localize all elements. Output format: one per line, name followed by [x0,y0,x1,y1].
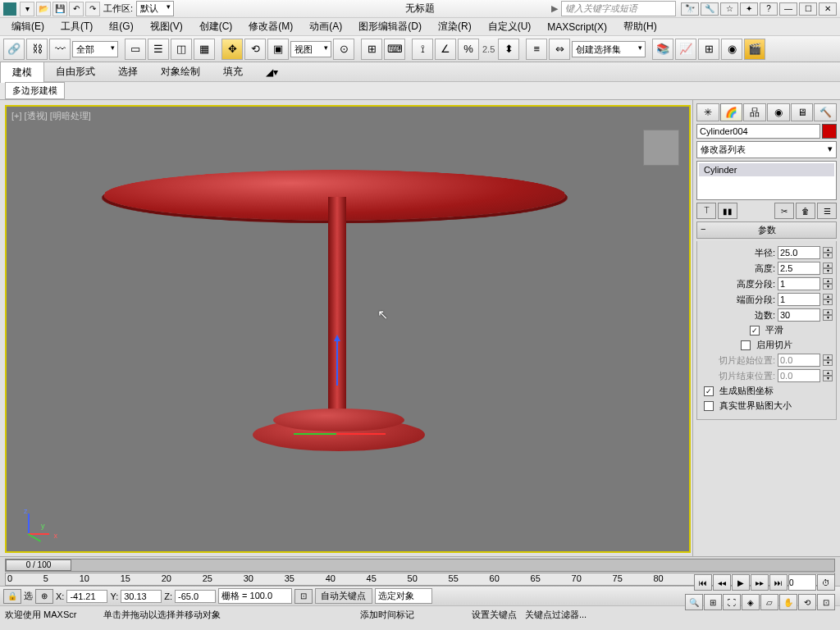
viewport-label[interactable]: [+] [透视] [明暗处理] [11,110,91,122]
next-frame-icon[interactable]: ▸▸ [751,574,769,591]
object-color-swatch[interactable] [822,124,837,139]
menu-customize[interactable]: 自定义(U) [482,18,538,35]
gizmo-x-axis[interactable] [336,433,386,435]
open-icon[interactable]: 📂 [36,2,51,16]
real-world-checkbox[interactable] [704,401,714,411]
sides-spinner[interactable]: ▴▾ [823,309,833,321]
named-selection-dropdown[interactable]: 创建选择集 [572,41,646,57]
autokey-button[interactable]: 自动关键点 [315,588,372,604]
viewcube[interactable] [643,130,679,166]
model-base-upper[interactable] [273,409,404,431]
tab-objectpaint[interactable]: 对象绘制 [149,62,212,82]
utilities-tab-icon[interactable]: 🔨 [814,103,837,121]
menu-maxscript[interactable]: MAXScript(X) [541,20,614,34]
search-input[interactable]: 键入关键字或短语 [561,1,676,16]
rotate-icon[interactable]: ⟲ [244,39,266,60]
link-icon[interactable]: 🔗 [3,39,25,60]
prev-frame-icon[interactable]: ◂◂ [713,574,731,591]
named-sel-icon[interactable]: ≡ [526,39,547,60]
model-pole[interactable] [328,197,346,427]
add-time-tag[interactable]: 添加时间标记 [360,609,414,621]
menu-group[interactable]: 组(G) [103,18,139,35]
radius-spinner[interactable]: ▴▾ [823,247,833,258]
zoom-all-icon[interactable]: ⊞ [704,594,722,610]
move-icon[interactable]: ✥ [221,39,243,60]
menu-animation[interactable]: 动画(A) [303,18,349,35]
manipulate-icon[interactable]: ⊞ [361,39,382,60]
zoom-extents-all-icon[interactable]: ◈ [742,594,760,610]
ribbon-dropdown-icon[interactable]: ◢▾ [254,63,290,81]
lock-selection-icon[interactable]: 🔒 [3,589,21,604]
remove-modifier-icon[interactable]: 🗑 [796,203,815,219]
goto-start-icon[interactable]: ⏮ [694,574,712,591]
select-region-icon[interactable]: ◫ [171,39,192,60]
time-slider-thumb[interactable]: 0 / 100 [6,559,71,571]
pin-stack-icon[interactable]: ⟙ [696,203,716,219]
menu-edit[interactable]: 编辑(E) [5,18,51,35]
selected-obj-dropdown[interactable]: 选定对象 [375,588,432,604]
close-icon[interactable]: ✕ [819,2,837,16]
abs-rel-icon[interactable]: ⊕ [35,589,53,604]
radius-input[interactable] [778,246,820,259]
render-setup-icon[interactable]: 🎬 [744,39,765,60]
gizmo-y-axis[interactable] [294,433,338,435]
snap-icon[interactable]: ⟟ [412,39,433,60]
zoom-extents-icon[interactable]: ⛶ [723,594,741,610]
menu-create[interactable]: 创建(C) [193,18,240,35]
show-end-result-icon[interactable]: ▮▮ [718,203,737,219]
tab-selection[interactable]: 选择 [107,62,149,82]
sides-input[interactable] [778,308,820,322]
z-input[interactable] [175,590,216,603]
height-input[interactable] [778,262,820,275]
redo-icon[interactable]: ↷ [85,2,100,16]
bind-icon[interactable]: 〰 [49,39,71,60]
object-name-input[interactable] [696,124,820,139]
save-icon[interactable]: 💾 [52,2,67,16]
menu-tools[interactable]: 工具(T) [54,18,99,35]
fov-icon[interactable]: ▱ [760,594,778,610]
stack-item-cylinder[interactable]: Cylinder [699,163,834,176]
spinner-snap-icon[interactable]: ⬍ [498,39,519,60]
percent-snap-icon[interactable]: % [458,39,479,60]
keyboard-icon[interactable]: ⌨ [384,39,405,60]
wrench-icon[interactable]: 🔧 [701,2,719,16]
orbit-icon[interactable]: ⟲ [798,594,816,610]
x-input[interactable] [66,590,107,603]
material-icon[interactable]: ◉ [721,39,742,60]
smooth-checkbox[interactable]: ✓ [750,326,760,336]
menu-rendering[interactable]: 渲染(R) [431,18,478,35]
menu-modifiers[interactable]: 修改器(M) [242,18,299,35]
cap-segments-input[interactable] [778,293,820,306]
fav-icon[interactable]: ✦ [740,2,758,16]
menu-grapheditors[interactable]: 图形编辑器(D) [352,18,428,35]
select-name-icon[interactable]: ☰ [148,39,169,60]
make-unique-icon[interactable]: ✂ [774,203,794,219]
height-segments-input[interactable] [778,277,820,290]
setkey-button[interactable]: 设置关键点 [472,609,517,621]
play-icon[interactable]: ▶ [732,574,750,591]
configure-sets-icon[interactable]: ☰ [817,203,837,219]
tab-modeling[interactable]: 建模 [0,62,44,83]
selection-filter-dropdown[interactable]: 全部 [72,41,118,57]
undo-icon[interactable]: ↶ [69,2,84,16]
binoculars-icon[interactable]: 🔭 [681,2,699,16]
modifier-stack[interactable]: Cylinder [696,161,837,200]
scale-icon[interactable]: ▣ [267,39,289,60]
pivot-icon[interactable]: ⊙ [333,39,354,60]
modify-tab-icon[interactable]: 🌈 [720,103,743,121]
viewport-perspective[interactable]: [+] [透视] [明暗处理] ↖ zxy [5,105,691,553]
pan-icon[interactable]: ✋ [779,594,797,610]
tab-freeform[interactable]: 自由形式 [44,62,107,82]
rollout-parameters-header[interactable]: −参数 [696,221,837,239]
angle-snap-icon[interactable]: ∠ [435,39,456,60]
hierarchy-tab-icon[interactable]: 品 [743,103,766,121]
minimize-icon[interactable]: — [779,2,797,16]
menu-help[interactable]: 帮助(H) [617,18,664,35]
time-slider[interactable]: 0 / 100 [5,559,835,572]
curve-editor-icon[interactable]: 📈 [675,39,696,60]
select-icon[interactable]: ▭ [125,39,146,60]
key-filters-button[interactable]: 关键点过滤器... [525,609,587,621]
menu-views[interactable]: 视图(V) [144,18,189,35]
zoom-icon[interactable]: 🔍 [685,594,703,610]
motion-tab-icon[interactable]: ◉ [767,103,790,121]
